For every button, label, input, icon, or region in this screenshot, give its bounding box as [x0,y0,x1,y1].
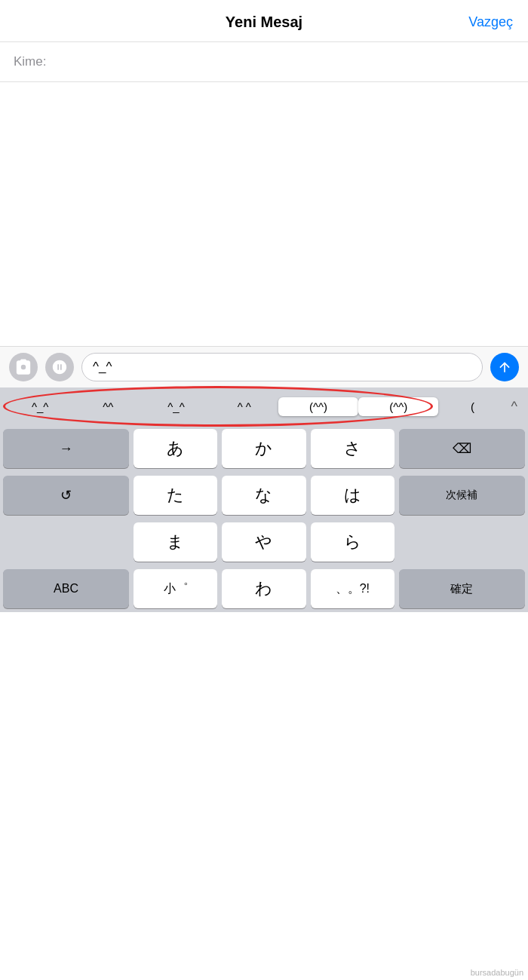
header: Yeni Mesaj Vazgeç [0,0,528,42]
keyboard-row-2: ↺ た な は 次候補 [0,472,528,519]
to-label: Kime: [14,54,46,69]
key-arrow-right[interactable]: → [3,429,129,468]
autocomplete-item-1[interactable]: ^^ [74,397,142,416]
appstore-button[interactable] [45,353,74,381]
autocomplete-item-6[interactable]: ( [438,397,506,416]
key-undo[interactable]: ↺ [3,476,129,515]
key-sa[interactable]: さ [311,429,394,468]
key-a[interactable]: あ [134,429,217,468]
key-ma[interactable]: ま [134,522,217,562]
key-ra[interactable]: ら [311,522,394,562]
key-small[interactable]: 小゜ [134,569,217,608]
key-wa[interactable]: わ [222,569,305,608]
autocomplete-item-0[interactable]: ^_^ [6,397,74,416]
key-na[interactable]: な [222,476,305,515]
cancel-button[interactable]: Vazgeç [468,14,513,30]
camera-icon [15,359,32,375]
bottom-toolbar: ^_^ [0,346,528,387]
autocomplete-chevron[interactable]: ^ [507,399,522,415]
autocomplete-item-4[interactable]: (^^) [278,397,358,416]
key-ha[interactable]: は [311,476,394,515]
keyboard: → あ か さ ⌫ ↺ た な は 次候補 ま や ら ABC 小゜ わ 、。?… [0,425,528,612]
to-field[interactable]: Kime: [0,42,528,82]
autocomplete-item-3[interactable]: ^ ^ [210,397,278,416]
keyboard-row-1: → あ か さ ⌫ [0,425,528,472]
message-body[interactable] [0,82,528,346]
page-title: Yeni Mesaj [60,14,468,31]
message-input[interactable]: ^_^ [81,353,483,381]
watermark: bursadabugün [471,968,523,977]
camera-button[interactable] [9,353,38,381]
input-value: ^_^ [93,360,112,375]
key-abc[interactable]: ABC [3,569,129,608]
key-next-candidate[interactable]: 次候補 [399,476,525,515]
keyboard-row-4: ABC 小゜ わ 、。?! 確定 [0,565,528,612]
key-ta[interactable]: た [134,476,217,515]
autocomplete-bar: ^_^ ^^ ^_^ ^ ^ (^^) (^^) ( ^ [0,387,528,425]
key-confirm[interactable]: 確定 [399,569,525,608]
autocomplete-container: ^_^ ^^ ^_^ ^ ^ (^^) (^^) ( ^ [0,387,528,425]
appstore-icon [51,359,68,375]
key-ka[interactable]: か [222,429,305,468]
autocomplete-item-5[interactable]: (^^) [358,397,438,416]
autocomplete-item-2[interactable]: ^_^ [142,397,210,416]
key-punct[interactable]: 、。?! [311,569,394,608]
key-delete[interactable]: ⌫ [399,429,525,468]
keyboard-row-3: ま や ら [0,519,528,565]
send-button[interactable] [490,353,519,381]
send-icon [497,360,512,375]
key-ya[interactable]: や [222,522,305,562]
